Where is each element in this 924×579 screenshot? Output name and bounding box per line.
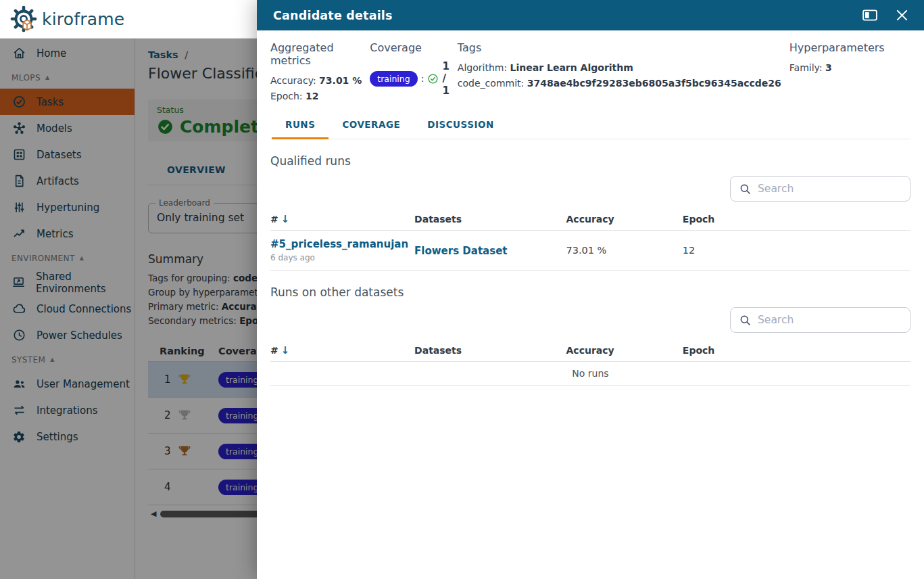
empty-state: No runs bbox=[270, 362, 910, 386]
coverage-section: Coverage training : 1 / 1 bbox=[370, 41, 458, 104]
table-header: #↓ Datasets Accuracy Epoch bbox=[270, 340, 910, 362]
qualified-runs-table: #↓ Datasets Accuracy Epoch #5_priceless_… bbox=[270, 208, 910, 271]
side-panel-icon[interactable] bbox=[862, 9, 877, 21]
hyperparameters-section: Hyperparameters Family: 3 bbox=[789, 41, 910, 104]
sort-desc-icon[interactable]: ↓ bbox=[281, 344, 290, 356]
other-runs-search[interactable] bbox=[730, 307, 910, 333]
tab-runs[interactable]: RUNS bbox=[272, 116, 329, 139]
brand-name: kiroframe bbox=[42, 9, 124, 29]
tags-section: Tags Algorithm: Linear Learn Algorithm c… bbox=[458, 41, 789, 104]
search-input[interactable] bbox=[758, 314, 902, 326]
tab-coverage[interactable]: COVERAGE bbox=[329, 116, 414, 139]
close-icon[interactable] bbox=[896, 9, 908, 21]
modal-body: Aggregated metrics Accuracy: 73.01 % Epo… bbox=[257, 30, 924, 386]
coverage-ratio: 1 / 1 bbox=[442, 60, 449, 97]
search-icon bbox=[739, 314, 752, 327]
column-datasets: Datasets bbox=[414, 345, 566, 356]
search-input[interactable] bbox=[758, 183, 902, 195]
kiroframe-logo-icon bbox=[9, 5, 38, 33]
qualified-runs-search[interactable] bbox=[730, 176, 910, 202]
dataset-link[interactable]: Flowers Dataset bbox=[414, 245, 507, 257]
aggregated-metrics-section: Aggregated metrics Accuracy: 73.01 % Epo… bbox=[270, 41, 370, 104]
sort-desc-icon[interactable]: ↓ bbox=[281, 213, 290, 225]
column-accuracy: Accuracy bbox=[566, 345, 683, 356]
modal-tabs: RUNS COVERAGE DISCUSSION bbox=[270, 116, 910, 139]
candidate-details-modal: Candidate details Aggregated metrics Acc… bbox=[257, 0, 924, 579]
run-name-link[interactable]: #5_priceless_ramanujan bbox=[270, 238, 414, 250]
other-runs-table: #↓ Datasets Accuracy Epoch No runs bbox=[270, 340, 910, 386]
search-icon bbox=[739, 183, 752, 195]
tab-discussion[interactable]: DISCUSSION bbox=[414, 116, 507, 139]
candidate-info-row: Aggregated metrics Accuracy: 73.01 % Epo… bbox=[270, 41, 910, 104]
column-epoch: Epoch bbox=[683, 214, 910, 225]
coverage-badge: training bbox=[370, 71, 417, 87]
modal-backdrop[interactable] bbox=[0, 39, 257, 579]
app-window: kiroframe Home MLOPS ▲ Tasks Models bbox=[0, 0, 924, 579]
qualified-runs-heading: Qualified runs bbox=[270, 154, 910, 168]
modal-header: Candidate details bbox=[257, 0, 924, 30]
run-epoch: 12 bbox=[683, 245, 910, 256]
app-logo[interactable]: kiroframe bbox=[9, 5, 124, 33]
column-accuracy: Accuracy bbox=[566, 214, 683, 225]
column-epoch: Epoch bbox=[683, 345, 910, 356]
table-header: #↓ Datasets Accuracy Epoch bbox=[270, 208, 910, 231]
table-row: #5_priceless_ramanujan 6 days ago Flower… bbox=[270, 231, 910, 271]
other-runs-heading: Runs on other datasets bbox=[270, 285, 910, 299]
run-accuracy: 73.01 % bbox=[566, 245, 683, 256]
column-number[interactable]: #↓ bbox=[270, 213, 414, 225]
column-number[interactable]: #↓ bbox=[270, 344, 414, 356]
column-datasets: Datasets bbox=[414, 214, 566, 225]
modal-title: Candidate details bbox=[273, 9, 862, 22]
run-timestamp: 6 days ago bbox=[270, 253, 414, 262]
check-circle-icon bbox=[427, 73, 439, 85]
